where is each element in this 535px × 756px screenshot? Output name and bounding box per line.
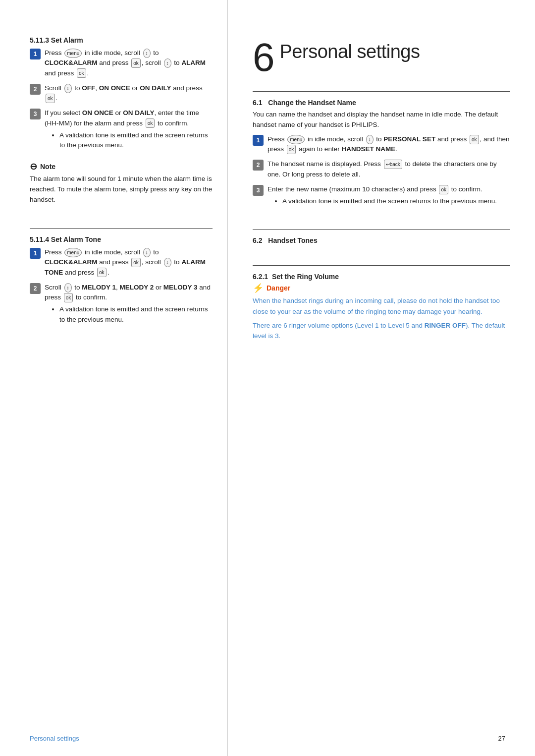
step-text-2: Scroll ↕ to MELODY 1, MELODY 2 or MELODY… bbox=[45, 283, 213, 325]
sub-bullet: A validation tone is emitted and the scr… bbox=[273, 196, 497, 206]
spacer bbox=[30, 210, 213, 219]
divider-5-11-4 bbox=[30, 228, 213, 229]
section-title-5-11-4: 5.11.4 Set Alarm Tone bbox=[30, 235, 213, 243]
chapter-title: Personal settings bbox=[280, 41, 420, 62]
page: 5.11.3 Set Alarm 1 Press menu in idle mo… bbox=[0, 0, 535, 756]
scroll-icon: ↕ bbox=[143, 248, 151, 257]
menu-icon: menu bbox=[64, 248, 82, 257]
section-title-5-11-3: 5.11.3 Set Alarm bbox=[30, 36, 213, 44]
step-number-3: 3 bbox=[30, 109, 41, 119]
step-item: 2 Scroll ↕ to OFF, ON ONCE or ON DAILY a… bbox=[30, 83, 213, 104]
scroll-icon: ↕ bbox=[64, 84, 72, 93]
steps-6-1: 1 Press menu in idle mode, scroll ↕ to P… bbox=[253, 134, 510, 212]
step-item: 2 The handset name is displayed. Press ↩… bbox=[253, 159, 510, 179]
note-box-5-11-3: ⊖ Note The alarm tone will sound for 1 m… bbox=[30, 161, 213, 205]
subsection-header-6-2-1: 6.2.1 Set the Ring Volume bbox=[253, 273, 510, 281]
step-text-2: Scroll ↕ to OFF, ON ONCE or ON DAILY and… bbox=[45, 83, 213, 104]
menu-icon: menu bbox=[287, 135, 305, 144]
footer-right: 27 bbox=[498, 735, 505, 742]
step-item: 1 Press menu in idle mode, scroll ↕ to P… bbox=[253, 134, 510, 155]
danger-icon: ⚡ bbox=[253, 283, 264, 293]
sub-bullet: A validation tone is emitted and the scr… bbox=[51, 304, 213, 325]
menu-icon: menu bbox=[64, 49, 82, 58]
step-text-3: If you select ON ONCE or ON DAILY, enter… bbox=[45, 108, 213, 150]
section-header-6-2: 6.2 Handset Tones bbox=[253, 236, 510, 244]
chapter-divider bbox=[253, 29, 510, 29]
divider-5-11-3 bbox=[30, 29, 213, 29]
danger-text-2: There are 6 ringer volume options (Level… bbox=[253, 320, 510, 342]
chapter-number: 6 bbox=[253, 38, 275, 77]
note-icon: ⊖ bbox=[30, 161, 37, 172]
section-title-6-1: Change the Handset Name bbox=[268, 99, 356, 107]
intro-text-6-1: You can name the handset and display the… bbox=[253, 110, 510, 130]
step-number-2: 2 bbox=[30, 84, 41, 95]
step-number-1: 1 bbox=[253, 135, 264, 146]
danger-title: ⚡ Danger bbox=[253, 283, 510, 293]
bullet-item: A validation tone is emitted and the scr… bbox=[282, 196, 497, 206]
ok-icon: ok bbox=[439, 185, 448, 194]
right-column: 6 Personal settings 6.1 Change the Hands… bbox=[228, 0, 535, 756]
ok-icon: ok bbox=[46, 94, 55, 103]
chapter-header: 6 Personal settings bbox=[253, 36, 510, 77]
divider-6-1 bbox=[253, 91, 510, 92]
ok-icon: ok bbox=[470, 135, 479, 144]
step-item: 3 If you select ON ONCE or ON DAILY, ent… bbox=[30, 108, 213, 150]
step-number-2: 2 bbox=[30, 283, 41, 294]
note-title: ⊖ Note bbox=[30, 161, 213, 172]
bullet-item: A validation tone is emitted and the scr… bbox=[59, 130, 213, 151]
back-icon: ↩back bbox=[384, 160, 402, 169]
scroll-icon: ↕ bbox=[143, 49, 151, 58]
step-item: 2 Scroll ↕ to MELODY 1, MELODY 2 or MELO… bbox=[30, 283, 213, 325]
divider-6-2-1 bbox=[253, 265, 510, 266]
scroll-icon-2: ↕ bbox=[164, 258, 171, 267]
spacer bbox=[253, 247, 510, 256]
step-number-1: 1 bbox=[30, 248, 41, 259]
ok-icon: ok bbox=[131, 58, 141, 68]
danger-text-1: When the handset rings during an incomin… bbox=[253, 295, 510, 317]
note-text: The alarm tone will sound for 1 minute w… bbox=[30, 174, 213, 205]
steps-5-11-4: 1 Press menu in idle mode, scroll ↕ to C… bbox=[30, 247, 213, 330]
spacer bbox=[253, 211, 510, 220]
step-text-3: Enter the new name (maximum 10 character… bbox=[268, 184, 497, 207]
divider-6-2 bbox=[253, 229, 510, 230]
section-header-6-1: 6.1 Change the Handset Name bbox=[253, 99, 510, 107]
step-number-1: 1 bbox=[30, 49, 41, 59]
ok-icon-2: ok bbox=[77, 68, 86, 78]
steps-5-11-3: 1 Press menu in idle mode, scroll ↕ to C… bbox=[30, 48, 213, 155]
ok-icon: ok bbox=[131, 258, 141, 267]
ok-icon-2: ok bbox=[97, 268, 107, 277]
section-num-6-2: 6.2 bbox=[253, 236, 262, 244]
page-footer: Personal settings 27 bbox=[0, 735, 535, 742]
scroll-icon: ↕ bbox=[366, 135, 374, 144]
scroll-icon: ↕ bbox=[64, 283, 72, 292]
danger-label: Danger bbox=[267, 284, 290, 292]
step-text-1: Press menu in idle mode, scroll ↕ to CLO… bbox=[45, 247, 213, 278]
step-text-1: Press menu in idle mode, scroll ↕ to PER… bbox=[268, 134, 510, 155]
step-number-2: 2 bbox=[253, 160, 264, 171]
step-item: 1 Press menu in idle mode, scroll ↕ to C… bbox=[30, 247, 213, 278]
section-title-6-2: Handset Tones bbox=[268, 236, 317, 244]
footer-left: Personal settings bbox=[30, 735, 79, 742]
step-text-1: Press menu in idle mode, scroll ↕ to CLO… bbox=[45, 48, 213, 78]
ok-icon: ok bbox=[146, 118, 155, 128]
ok-icon-2: ok bbox=[287, 145, 296, 154]
note-label: Note bbox=[40, 163, 55, 171]
left-column: 5.11.3 Set Alarm 1 Press menu in idle mo… bbox=[0, 0, 228, 756]
sub-bullet: A validation tone is emitted and the scr… bbox=[51, 130, 213, 151]
ok-icon: ok bbox=[64, 293, 73, 302]
step-number-3: 3 bbox=[253, 185, 264, 196]
bullet-item: A validation tone is emitted and the scr… bbox=[59, 304, 213, 325]
step-item: 1 Press menu in idle mode, scroll ↕ to C… bbox=[30, 48, 213, 78]
scroll-icon-2: ↕ bbox=[164, 58, 171, 68]
step-text-2: The handset name is displayed. Press ↩ba… bbox=[268, 159, 510, 179]
step-item: 3 Enter the new name (maximum 10 charact… bbox=[253, 184, 510, 207]
section-num-6-1: 6.1 bbox=[253, 99, 262, 107]
